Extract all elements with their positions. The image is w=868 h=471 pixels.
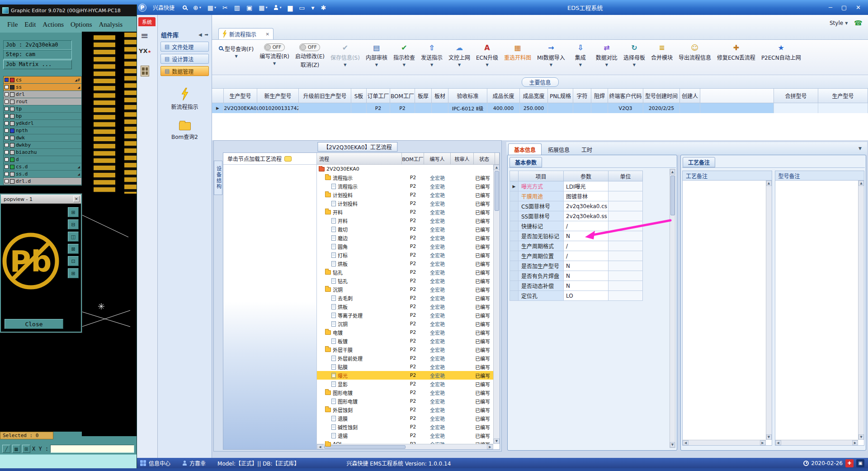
info-column-header[interactable]: 字符 [573,89,591,103]
process-horizontal-scrollbar[interactable]: ◀ ▶ [317,444,493,449]
style-menu[interactable]: Style ▼ [830,20,848,26]
remark-textarea-model[interactable]: ▲▼ ◀▶ [775,181,865,446]
process-node[interactable]: 曝光P2全宏艳已编写 [317,371,500,380]
info-cell[interactable] [774,103,818,113]
layer-visibility-checkbox[interactable] [5,128,9,133]
toolbar-data-compare[interactable]: ⇄数据对比▼ [594,43,620,68]
collapse-left-icon[interactable]: ◀ [198,32,202,37]
tab-basic-info[interactable]: 基本信息 [508,143,542,155]
copy-icon[interactable]: ▣ [246,4,252,11]
menu-icon[interactable]: ≡ [141,30,149,41]
calculator-icon[interactable] [141,66,149,76]
info-column-header[interactable]: 订单工厂 [367,89,390,103]
layer-visibility-checkbox[interactable] [5,165,9,169]
more-icon[interactable]: ▾ [311,4,315,11]
tools-icon[interactable]: ✱ [321,4,326,11]
toolbar-merge-module[interactable]: ≡合并模块 [649,43,675,62]
popview-window[interactable]: popview - 1 ✕ Pb ⊞⊟◫⊠⊡⊞ Close [0,194,82,333]
dropdown-arrow-icon[interactable]: ▼ [235,54,238,58]
process-node[interactable]: 开料P2全宏艳已编写 [317,216,500,225]
xy-input[interactable] [50,445,134,453]
process-node[interactable]: 外层蚀刻P2全宏艳已编写 [317,405,500,414]
tab-extended-info[interactable]: 拓展信息 [542,144,575,155]
param-row[interactable]: ▶曝光方式LDI曝光 [509,181,677,191]
job-matrix-button[interactable]: Job Matrix ... [3,60,72,69]
info-column-header[interactable]: 型号创建时间 [643,89,680,103]
process-node[interactable]: 沉铜P2全宏艳已编写 [317,319,500,328]
info-cell[interactable] [548,103,573,113]
scissors-icon[interactable]: ✂ [222,4,228,11]
layer-row-d[interactable]: d [4,156,81,163]
process-node[interactable]: 打标P2全宏艳已编写 [317,251,500,259]
maximize-icon[interactable]: ▢ [841,4,847,11]
info-cell[interactable] [573,103,591,113]
layer-row-dwkby[interactable]: dwkby [4,142,81,149]
info-column-header[interactable]: PNL规格 [548,89,573,103]
dropdown-arrow-icon[interactable]: ▼ [486,63,488,67]
layer-row-cs[interactable]: cs◢# [4,76,81,84]
info-cell[interactable]: 10010200131742 [257,103,299,113]
layer-visibility-checkbox[interactable] [5,157,9,162]
user-icon[interactable]: ▾ [274,5,281,10]
scroll-thumb[interactable] [670,176,675,215]
param-row[interactable]: CS面菲林号2v2q30eka0.cs [509,201,677,211]
toolbar-write-flow[interactable]: OFF编写流程(R)▼ [257,43,292,67]
popview-tool-5[interactable]: ⊞ [68,268,79,278]
toolbar-select-mother[interactable]: ↻选择母板▼ [621,43,647,68]
sidebar-item-data-management[interactable]: ▤ 数据管理 [160,66,209,76]
toolbar-doc-upload[interactable]: ☁文控上网▼ [446,43,472,68]
param-row[interactable]: 是否加无铅标记N [509,231,677,241]
menu-analysis[interactable]: Analysis [96,20,126,29]
layer-visibility-checkbox[interactable] [5,114,9,118]
tab-work-hours[interactable]: 工时 [576,144,598,155]
info-column-header[interactable]: 成品宽度 [520,89,548,103]
process-node[interactable]: 外层前处理P2全宏艳已编写 [317,354,500,362]
layer-row-ss.d[interactable]: ss.d◢ [4,171,81,178]
process-node[interactable]: 2V2Q30EKA0 [317,165,500,173]
dropdown-arrow-icon[interactable]: ▼ [430,63,433,67]
info-cell[interactable]: 2020/2/25 [643,103,680,113]
graphic-editor-titlebar[interactable]: Graphic Editor 9.07b2 (00@HY-HYCAM-PC18 [0,5,137,16]
process-node[interactable]: 沉铜P2全宏艳已编写 [317,285,500,294]
menu-options[interactable]: Options [68,20,95,29]
param-value[interactable]: 2v2q30eka0.cs [564,201,609,211]
process-node[interactable]: 烘板P2全宏艳已编写 [317,302,500,311]
popview-tool-1[interactable]: ⊟ [68,219,79,229]
process-node[interactable]: 图形电镀P2全宏艳已编写 [317,397,500,405]
info-column-header[interactable]: 创建人 [680,89,700,103]
info-cell[interactable] [591,103,608,113]
process-column-header[interactable]: 流程 [317,153,402,165]
layer-row-rout[interactable]: rout [4,98,81,105]
minimize-icon[interactable]: ─ [829,4,832,11]
param-row[interactable]: 生产周期格式/ [509,241,677,251]
popview-tool-2[interactable]: ◫ [68,232,79,242]
info-cell[interactable]: IPC-6012 Ⅱ级 [448,103,487,113]
info-cell[interactable]: P2 [367,103,390,113]
toolbar-integrate[interactable]: ⇩集成▼ [569,43,592,68]
toolbar-repair-ecn[interactable]: ✚修复ECN丢流程 [715,43,758,62]
info-cell[interactable] [351,103,367,113]
param-value[interactable]: LO [564,291,609,301]
chart-icon[interactable]: ▆ [288,4,292,11]
diagonal-tool-icon[interactable]: ╱ [2,445,10,453]
layer-visibility-checkbox[interactable] [5,143,9,147]
toolbar-send-instruction[interactable]: ⇧发送指示▼ [419,43,445,68]
tray-red-icon[interactable]: ✚ [845,459,854,467]
tab-new-flow-instruction[interactable]: 新流程指示 ✕ [218,28,274,39]
info-cell[interactable]: P2 [390,103,415,113]
popview-tool-4[interactable]: ⊡ [68,256,79,266]
popview-tool-3[interactable]: ⊠ [68,244,79,254]
toolbar-start-edit[interactable]: OFF启动修改(E)取消(Z) [293,43,327,69]
pin-icon[interactable]: ➡ [205,32,208,37]
layer-visibility-checkbox[interactable] [5,100,9,104]
param-column-header[interactable]: 单位 [609,171,643,181]
process-node[interactable]: 贴膜P2全宏艳已编写 [317,362,500,371]
grid-icon[interactable]: ▦▾ [259,4,267,11]
scroll-down-icon[interactable]: ▼ [766,434,772,440]
process-node[interactable]: 烘板P2全宏艳已编写 [317,259,500,268]
menu-edit[interactable]: Edit [22,20,38,29]
process-node[interactable]: 显影P2全宏艳已编写 [317,380,500,388]
layer-row-dwk[interactable]: dwk [4,134,81,142]
param-value[interactable]: 2v2q30eka0.ss [564,211,609,221]
layer-row-ss[interactable]: ss◢ [4,84,81,91]
